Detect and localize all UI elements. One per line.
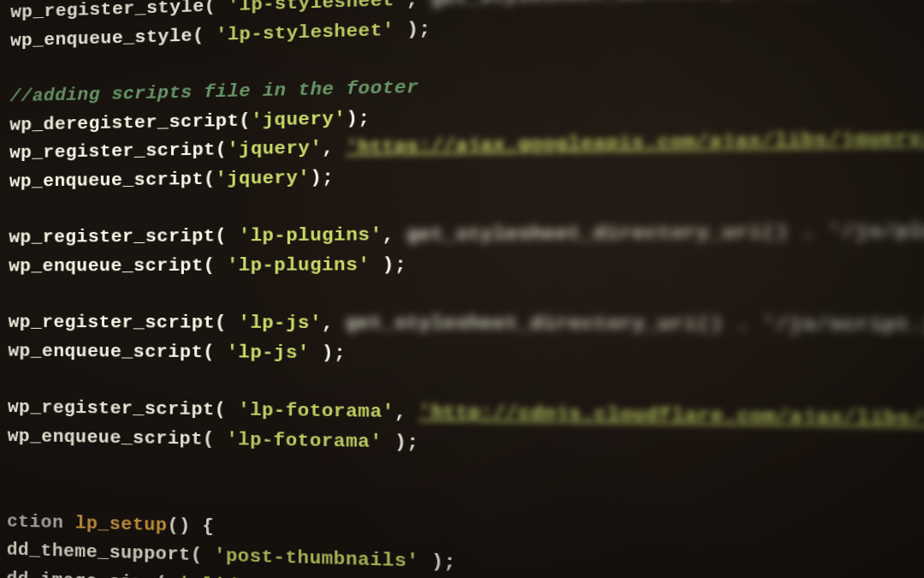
function-call: wp_register_script( <box>9 226 227 247</box>
punctuation: ); <box>394 18 431 40</box>
function-call: dd_image_size( <box>7 569 168 578</box>
keyword: ction <box>7 511 75 533</box>
function-call: wp_enqueue_script( <box>8 341 215 362</box>
punctuation: , <box>322 313 346 334</box>
string-literal: 'lp-plugins' <box>215 254 370 276</box>
blurred-code: get_stylesheet_directory_uri() . '/js/pl… <box>406 219 924 245</box>
string-literal: 'slider' <box>167 573 273 578</box>
punctuation: ); <box>346 108 370 129</box>
function-call: wp_register_script( <box>8 397 227 420</box>
punctuation: , <box>322 137 346 158</box>
punctuation: ); <box>419 551 456 573</box>
punctuation: ); <box>382 432 419 453</box>
string-literal: 'lp-stylesheet' <box>216 0 406 16</box>
string-literal: 'jquery' <box>227 138 322 160</box>
function-call: wp_deregister_script( <box>9 110 251 134</box>
string-literal: 'lp-plugins' <box>227 225 382 247</box>
string-literal: 'lp-fotorama' <box>227 400 395 423</box>
function-call: wp_enqueue_script( <box>8 426 215 450</box>
string-literal: 'lp-fotorama' <box>215 429 382 452</box>
function-call: wp_register_script( <box>9 140 227 164</box>
comment: //adding scripts file in the footer <box>10 77 419 107</box>
string-literal: 'jquery' <box>251 108 346 130</box>
punctuation: , <box>394 402 419 423</box>
punctuation: ); <box>310 167 334 188</box>
string-literal: 'lp-js' <box>227 313 322 334</box>
function-call: dd_theme_support( <box>7 539 203 566</box>
function-call: wp_register_style( <box>10 0 216 22</box>
function-call: wp_enqueue_script( <box>9 169 216 192</box>
function-call: wp_enqueue_script( <box>9 255 215 276</box>
string-literal: 'lp-stylesheet' <box>204 19 394 45</box>
function-call: wp_enqueue_style( <box>10 25 204 51</box>
punctuation: ); <box>370 254 407 276</box>
string-literal: 'post-thumbnails' <box>202 545 418 572</box>
punctuation: () { <box>167 515 214 537</box>
code-editor-viewport: wp_register_style( 'lp-stylesheet', get_… <box>0 0 924 578</box>
blurred-code: get_stylesheet_directory_uri() . '/js/sc… <box>346 313 924 338</box>
string-literal: 'jquery' <box>216 167 311 188</box>
function-call: wp_register_script( <box>9 313 227 334</box>
blank-line <box>9 279 924 310</box>
string-literal: 'lp-js' <box>215 342 310 363</box>
punctuation: , <box>406 0 431 10</box>
function-name: lp_setup <box>75 513 168 536</box>
code-line: wp_enqueue_script( 'lp-plugins' ); <box>9 247 924 281</box>
punctuation: ); <box>310 343 346 364</box>
punctuation: , <box>382 224 407 246</box>
